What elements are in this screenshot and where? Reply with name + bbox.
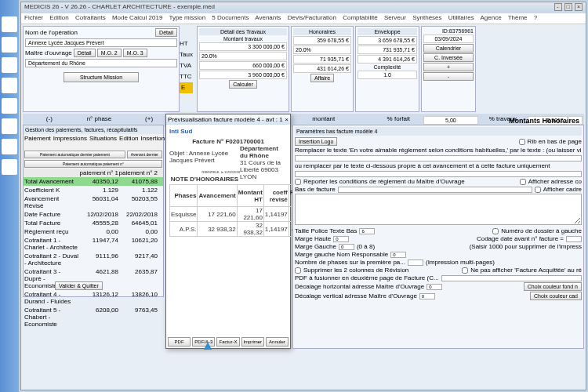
pay-row[interactable]: Date Facture12/02/201822/02/2018 [24,210,163,219]
ttc-val: 3 960 000,00 € [199,71,287,79]
bas-textarea[interactable] [295,194,582,225]
auto-last-button[interactable]: Paiement automatique dernier paiement [24,151,125,158]
pay-row[interactable]: Avancement Révisé56031,0450203,55 [24,194,163,210]
ph-v6[interactable]: 5,00 [423,116,478,125]
taskbar-icon[interactable] [2,57,17,73]
reporter-checkbox[interactable] [295,179,301,185]
ptab-impressions[interactable]: Impressions [53,135,87,149]
pdf-button[interactable]: PDF [168,337,191,347]
dept-field[interactable]: Département du Rhône [25,59,177,67]
pay-row[interactable]: Cotraitant 5 - Chabert - Economiste6208,… [24,306,163,328]
insertion-logo-button[interactable]: Insertion Logo [295,137,337,146]
bas-facture-input[interactable] [338,187,532,193]
comp-val: 1.0 [358,71,417,79]
aff-cadre-checkbox[interactable] [535,187,541,193]
menu-theme[interactable]: Thème [508,14,528,21]
pay-row[interactable]: Cotraitant 4 - Durand - Fluides13126,121… [24,290,163,306]
menu-devis[interactable]: Devis/Facturation [288,14,336,21]
facturx-button[interactable]: Factur-X [216,337,239,347]
replace-text2-input[interactable] [295,171,582,177]
pay-v2: 13826,10 [118,291,158,305]
dev-label: Décalage vertical adresse Maître d'Ouvra… [295,292,417,299]
close-icon[interactable]: × [575,3,583,11]
calendrier-button[interactable]: Calendrier [423,44,474,53]
txt1: Remplacer le texte 'En votre aimable rég… [295,147,581,154]
taskbar-icon[interactable] [2,78,17,93]
mo3-button[interactable]: M.O. 3 [123,49,147,57]
pay-v1: 56031,04 [79,195,118,209]
menu-edition[interactable]: Edition [49,14,68,21]
menu-syntheses[interactable]: Synthèses [412,14,441,21]
deh-input[interactable] [426,284,442,290]
taskbar-icon[interactable] [2,159,17,175]
menu-agence[interactable]: Agence [480,14,501,21]
taskbar-icon[interactable] [2,16,17,32]
taskbar-icon[interactable] [2,118,17,134]
imprimer-button[interactable]: Imprimer [241,337,264,347]
ptab-insertion[interactable]: Insertion [141,135,165,149]
md-detail-button[interactable]: Détail [74,49,96,57]
rib-checkbox[interactable] [519,139,525,145]
pay-row[interactable]: Règlement reçu0,000,00 [24,227,163,236]
date-field[interactable]: 03/09/2024 [423,34,474,43]
structure-mission-button[interactable]: Structure Mission [64,72,139,82]
pay-v2: 9217,40 [118,252,158,267]
pay-row[interactable]: Cotraitant 1 - Charlet - Architecte11947… [24,236,163,252]
mnr-label: Marge gauche Nom Responsable [295,251,388,258]
sup-checkbox[interactable] [295,267,301,274]
pay-label: Cotraitant 5 - Chabert - Economiste [24,307,79,328]
preview-close-icon[interactable]: × [285,116,289,123]
nepas-checkbox[interactable] [462,267,468,274]
aff-adresse-checkbox[interactable] [520,179,526,185]
menu-mode-calcul[interactable]: Mode Calcul 2019 [112,14,162,21]
npg-input[interactable] [408,260,423,266]
taskbar-icon[interactable] [2,98,17,114]
mh-input[interactable] [333,236,349,242]
pay-row[interactable]: Coefficient K1.1291.122 [24,186,163,194]
tp-input[interactable] [359,228,375,234]
dev-input[interactable] [419,293,435,299]
mo2-button[interactable]: M.O. 2 [97,49,122,57]
pay-row[interactable]: Cotraitant 2 - Duval - Architecture9111,… [24,252,163,267]
affaire-button[interactable]: Affaire [310,74,334,82]
menu-fichier[interactable]: Fichier [24,14,43,21]
c-inversee-button[interactable]: C. Inversée [423,53,474,62]
pay-row[interactable]: Total Avancement40350,1241075,88 [24,177,163,186]
pay-v1: 45555,28 [79,220,118,227]
plus-button[interactable]: + [423,63,474,71]
codage-input[interactable] [566,236,582,242]
menu-documents[interactable]: 5 Documents [212,14,249,21]
ptab-paiement[interactable]: Paiement [24,135,51,149]
valider-quitter-button[interactable]: Valider & Quitter [55,281,103,290]
menu-help[interactable]: ? [534,14,537,21]
menu-type-mission[interactable]: Type mission [169,14,205,21]
auto-n-button[interactable]: Paiement automatique paiement n° [24,160,162,168]
ptab-situations[interactable]: Situations [89,135,117,149]
choix-couleur1-button[interactable]: Choix couleur fond n [524,282,582,291]
choix-couleur2-button[interactable]: Choix couleur cad [530,292,582,300]
ptab-edition[interactable]: Edition [119,135,138,149]
maximize-icon[interactable]: □ [564,3,572,11]
aff-label: Afficher adresse co [528,178,582,185]
op-name-field[interactable]: Annexe Lycée Jacques Prévert [25,38,177,47]
calculer-button[interactable]: Calculer [229,80,257,89]
taskbar-icon[interactable] [2,37,17,53]
menu-serveur[interactable]: Serveur [384,14,406,21]
replace-text-input[interactable] [295,155,582,162]
annuler-button[interactable]: Annuler [266,337,289,347]
detail-button[interactable]: Détail [155,28,177,37]
num-checkbox[interactable] [492,228,499,234]
menu-compta[interactable]: Comptabilité [343,14,377,21]
pay-row[interactable]: Total Facture45555,2864645,01 [24,219,163,227]
mnr-input[interactable] [390,252,406,258]
mg-input[interactable] [339,244,354,250]
taskbar-icon[interactable] [2,139,17,154]
avenant-button[interactable]: Avenant dernier [127,151,162,158]
menu-avenants[interactable]: Avenants [255,14,281,21]
fus-input[interactable] [441,275,582,281]
menu-cotraitants[interactable]: Cotraitants [75,14,106,21]
minus-button[interactable]: - [423,72,474,81]
minimize-icon[interactable]: - [554,3,562,11]
pay-v1: 11947,74 [79,237,118,251]
menu-utilitaires[interactable]: Utilitaires [448,14,474,21]
